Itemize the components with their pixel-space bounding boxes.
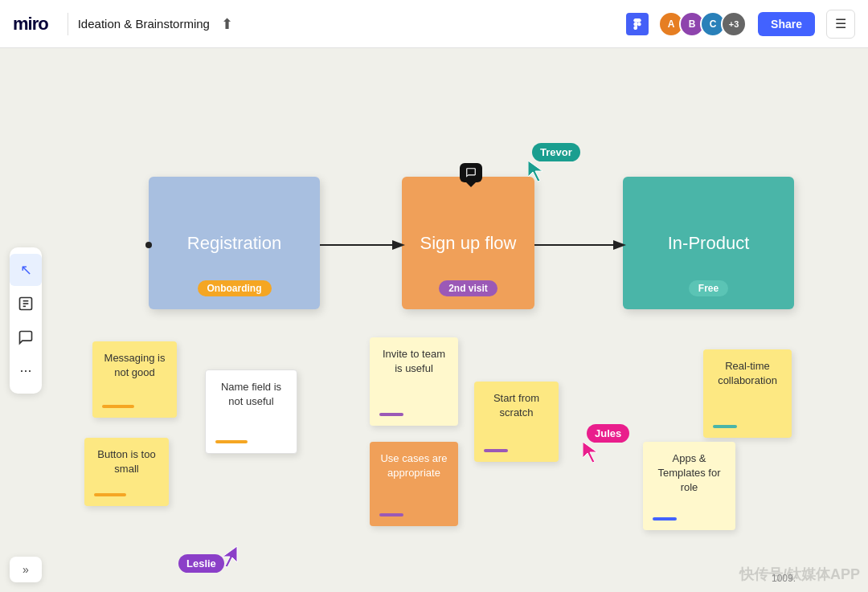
namefield-text: Name field is not useful	[215, 380, 287, 409]
realtime-bar	[713, 425, 737, 428]
sticky-scratch: Start from scratch	[474, 382, 559, 462]
apps-text: Apps & Templates for role	[653, 451, 726, 496]
scratch-text: Start from scratch	[484, 391, 549, 420]
share-button[interactable]: Share	[758, 12, 815, 36]
usecases-bar	[379, 513, 403, 516]
registration-title: Registration	[187, 233, 281, 254]
sticky-usecases: Use cases are appropriate	[370, 442, 458, 526]
cursor-tool[interactable]: ↖	[10, 254, 42, 286]
usecases-text: Use cases are appropriate	[379, 451, 448, 480]
signup-title: Sign up flow	[420, 233, 517, 254]
sticky-messaging: Messaging is not good	[92, 341, 177, 418]
more-tools[interactable]: ···	[10, 355, 42, 387]
header: miro Ideation & Brainstorming ⬆ A B C +3…	[0, 0, 868, 48]
namefield-bar	[215, 440, 248, 443]
board-title: Ideation & Brainstorming	[78, 17, 210, 31]
signup-box: Sign up flow 2nd visit	[402, 177, 534, 309]
realtime-text: Real-time collaboration	[713, 359, 782, 388]
comment-bubble[interactable]	[460, 163, 482, 182]
jules-label: Jules	[587, 424, 629, 443]
comment-tool[interactable]	[10, 321, 42, 353]
invite-bar	[379, 413, 403, 416]
watermark: 快传号/钛媒体APP	[739, 565, 860, 584]
button-text: Button is too small	[94, 447, 159, 476]
messaging-bar	[102, 405, 134, 408]
inproduct-box: In-Product Free	[623, 177, 794, 309]
header-divider	[68, 13, 68, 35]
header-right: A B C +3 Share ☰	[626, 10, 855, 39]
leslie-label: Leslie	[178, 554, 224, 573]
button-bar	[94, 493, 126, 496]
avatar-more: +3	[721, 11, 747, 37]
avatar-group: A B C +3	[658, 11, 747, 37]
miro-logo: miro	[13, 14, 48, 35]
expand-button[interactable]: »	[10, 557, 42, 582]
sticky-namefield: Name field is not useful	[205, 369, 297, 454]
menu-icon[interactable]: ☰	[826, 10, 855, 39]
trevor-label: Trevor	[532, 143, 580, 161]
registration-box: Registration Onboarding	[149, 177, 320, 309]
sticky-button: Button is too small	[84, 438, 169, 506]
invite-text: Invite to team is useful	[379, 347, 448, 376]
left-toolbar: ↖ ···	[10, 247, 42, 394]
sticky-apps: Apps & Templates for role	[643, 442, 735, 530]
inproduct-tag: Free	[689, 280, 728, 296]
messaging-text: Messaging is not good	[102, 351, 167, 380]
sticky-realtime: Real-time collaboration	[703, 349, 792, 438]
sticky-invite: Invite to team is useful	[370, 337, 458, 426]
note-tool[interactable]	[10, 288, 42, 320]
apps-bar	[653, 517, 677, 521]
registration-tag: Onboarding	[198, 280, 272, 296]
page-indicator: 1009.	[772, 573, 796, 584]
upload-icon[interactable]: ⬆	[221, 15, 233, 33]
canvas: ↖ ··· Registration Onboarding Sign up fl…	[0, 48, 868, 592]
scratch-bar	[484, 449, 508, 452]
figma-icon[interactable]	[626, 13, 649, 35]
signup-tag: 2nd visit	[439, 280, 497, 296]
inproduct-title: In-Product	[668, 233, 750, 254]
